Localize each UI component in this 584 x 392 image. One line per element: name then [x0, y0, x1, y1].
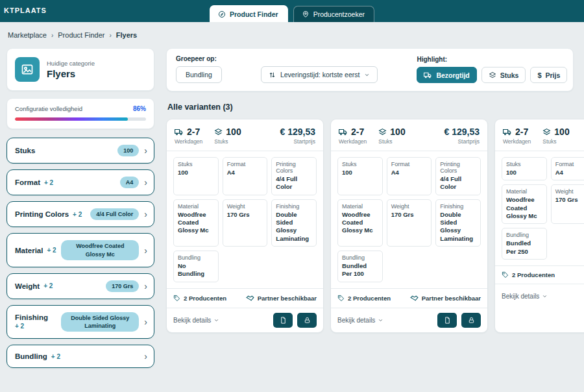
producers-info: 2 Producenten: [502, 271, 555, 278]
breadcrumb-marketplace[interactable]: Marketplace: [8, 31, 47, 39]
quantity-unit: Stuks: [378, 138, 405, 145]
filter-stuks[interactable]: Stuks 100 ›: [6, 138, 154, 164]
delivery-value: 2-7: [351, 127, 364, 137]
highlight-prijs-button[interactable]: $ Prijs: [530, 67, 567, 83]
highlight-option-label: Bezorgtijd: [436, 71, 469, 79]
chevron-down-icon: [213, 317, 219, 323]
filter-bundling[interactable]: Bundling + 2 ›: [6, 345, 154, 368]
tag-icon: [173, 295, 180, 302]
filter-badge: Double Sided Glossy Laminating: [61, 312, 139, 332]
filter-printing-colors[interactable]: Printing Colors + 2 4/4 Full Color ›: [6, 201, 154, 227]
spec-cell-bundling: BundlingBundled Per 100: [337, 251, 383, 282]
delivery-block: 2-7 Werkdagen: [175, 127, 202, 145]
handshake-icon: [410, 294, 419, 302]
document-icon: [280, 317, 287, 324]
handshake-icon: [246, 294, 254, 302]
filter-label: Format: [15, 178, 40, 186]
tab-producentzoeker[interactable]: Producentzoeker: [293, 6, 374, 22]
sort-dropdown[interactable]: Leveringstijd: kortste eerst: [261, 66, 378, 83]
document-button[interactable]: [437, 313, 457, 328]
pin-icon: [302, 10, 310, 18]
producers-label: 2 Producenten: [184, 295, 226, 302]
filter-label: Stuks: [15, 147, 35, 154]
price-block: € 129,53 Startprijs: [280, 127, 316, 145]
category-text: Huidige categorie Flyers: [47, 60, 95, 79]
group-by-button[interactable]: Bundling: [176, 66, 222, 83]
tab-label: Product Finder: [230, 10, 278, 18]
variant-card-1[interactable]: 2-7 Werkdagen 100 Stuks: [166, 119, 324, 333]
filter-format[interactable]: Format + 2 A4 ›: [6, 169, 154, 195]
filter-badge: A4: [120, 177, 140, 188]
filter-badge: 100: [117, 145, 139, 156]
truck-icon: [175, 127, 184, 136]
spec-cell-bundling: BundlingBundled Per 250: [502, 228, 547, 260]
spec-cell-printing-colors: Printing Colors4/4 Full Color: [435, 157, 481, 195]
breadcrumb-product-finder[interactable]: Product Finder: [58, 31, 104, 39]
partner-label: Partner beschikbaar: [258, 295, 317, 302]
layers-icon: [542, 128, 551, 136]
breadcrumb-flyers: Flyers: [116, 31, 137, 39]
config-percentage: 86%: [133, 105, 146, 112]
app: KTPLAATS Product Finder Producentzoeker …: [0, 0, 584, 374]
document-button[interactable]: [273, 313, 293, 328]
variant-card-2[interactable]: 2-7 Werkdagen 100 Stuks: [330, 119, 488, 333]
variant-card-3[interactable]: 2-7 Werkdagen 100 Stuks: [494, 119, 584, 333]
document-icon: [444, 317, 451, 324]
view-details-link[interactable]: Bekijk details: [337, 317, 383, 324]
highlight-bezorgtijd-button[interactable]: Bezorgtijd: [417, 67, 476, 83]
spec-cell-stuks: Stuks100: [337, 157, 383, 195]
spec-cell-format: FormatA4: [387, 157, 432, 195]
producers-label: 2 Producenten: [348, 295, 391, 302]
chevron-down-icon: [378, 317, 383, 323]
filter-extra: + 2: [15, 323, 24, 330]
quantity-block: 100 Stuks: [378, 127, 405, 145]
filter-badge: 4/4 Full Color: [90, 208, 139, 220]
chevron-down-icon: [542, 293, 548, 299]
spec-cell-material: MaterialWoodfree Coated Glossy Mc: [502, 184, 547, 224]
filter-finishing[interactable]: Finishing + 2 Double Sided Glossy Lamina…: [6, 305, 154, 339]
config-label: Configuratie volledigheid: [15, 105, 82, 112]
quantity-value: 100: [390, 127, 405, 137]
quantity-value: 100: [554, 127, 569, 137]
delivery-block: 2-7 Werkdagen: [503, 127, 531, 145]
partner-info: Partner beschikbaar: [410, 294, 481, 302]
spec-cell-stuks: Stuks100: [173, 157, 219, 195]
filter-label: Finishing: [15, 313, 48, 321]
filter-badge: 170 Grs: [106, 280, 139, 292]
compass-icon: [218, 10, 226, 18]
layers-icon: [489, 71, 496, 79]
view-details-link[interactable]: Bekijk details: [502, 293, 548, 300]
spec-cell-material: MaterialWoodfree Coated Glossy Mc: [173, 199, 219, 247]
filter-material[interactable]: Material + 2 Woodfree Coated Glossy Mc ›: [6, 233, 154, 267]
content: Huidige categorie Flyers Configuratie vo…: [0, 45, 584, 374]
filter-label: Material: [15, 247, 43, 254]
nav-tabs: Product Finder Producentzoeker: [210, 5, 374, 22]
chevron-down-icon: [364, 72, 370, 78]
spec-cell-material: MaterialWoodfree Coated Glossy Mc: [337, 199, 383, 247]
filter-label: Printing Colors: [15, 210, 69, 218]
quantity-value: 100: [226, 127, 241, 137]
spec-cell-finishing: FinishingDouble Sided Glossy Laminating: [271, 199, 317, 247]
filter-weight[interactable]: Weight + 2 170 Grs ›: [6, 273, 154, 299]
filter-label: Weight: [15, 282, 40, 290]
current-category-card: Huidige categorie Flyers: [6, 48, 154, 91]
progress-bar: [15, 117, 146, 121]
lock-button[interactable]: [297, 313, 317, 328]
breadcrumb-separator: ›: [51, 32, 53, 39]
lock-button[interactable]: [461, 313, 481, 328]
chevron-right-icon: ›: [144, 282, 147, 291]
breadcrumb: Marketplace › Product Finder › Flyers: [0, 22, 584, 45]
price-unit: Startprijs: [280, 138, 316, 145]
chevron-right-icon: ›: [144, 146, 147, 155]
view-details-link[interactable]: Bekijk details: [173, 317, 219, 324]
spec-cell-format: FormatA4: [223, 157, 268, 195]
truck-icon: [339, 127, 348, 136]
config-completeness-card: Configuratie volledigheid 86%: [6, 98, 154, 129]
quantity-block: 100 Stuks: [214, 127, 241, 145]
layers-icon: [378, 128, 387, 136]
tab-product-finder[interactable]: Product Finder: [210, 5, 288, 22]
partner-info: Partner beschikbaar: [246, 294, 317, 302]
brand-logo[interactable]: KTPLAATS: [4, 6, 47, 14]
top-navbar: KTPLAATS Product Finder Producentzoeker: [0, 0, 584, 22]
highlight-stuks-button[interactable]: Stuks: [481, 67, 526, 83]
